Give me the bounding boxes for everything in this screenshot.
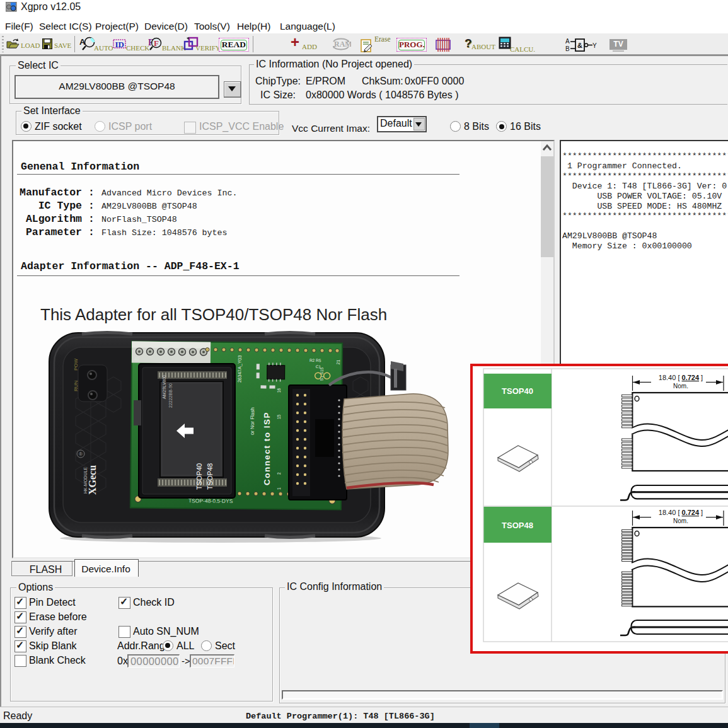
svg-text:16: 16: [277, 388, 281, 393]
svg-text:R2 R5: R2 R5: [309, 358, 321, 362]
svg-text:18.40 [ 0.724 ]: 18.40 [ 0.724 ]: [659, 374, 703, 381]
svg-text:&: &: [577, 42, 582, 49]
svg-text:1: 1: [277, 487, 281, 490]
svg-text:22222BB-90: 22222BB-90: [168, 383, 173, 408]
svg-text:or Nor Flash: or Nor Flash: [250, 407, 255, 435]
svg-text:Nom.: Nom.: [673, 517, 688, 524]
svg-text:XGecu: XGecu: [87, 465, 98, 495]
svg-text:Nom.: Nom.: [673, 383, 688, 390]
svg-text:26347A_Y03: 26347A_Y03: [237, 355, 243, 383]
svg-text:Y: Y: [592, 42, 597, 49]
svg-text:Connect to ISP: Connect to ISP: [262, 412, 272, 485]
svg-text:15: 15: [277, 414, 281, 419]
svg-text:ID: ID: [115, 40, 124, 49]
svg-text:RAM: RAM: [334, 40, 351, 49]
svg-text:TSOP48: TSOP48: [206, 463, 214, 490]
svg-text:B: B: [565, 45, 570, 52]
svg-text:21: 21: [336, 359, 340, 364]
svg-text:®: ®: [79, 451, 83, 457]
svg-text:18.40 [ 0.724 ]: 18.40 [ 0.724 ]: [659, 509, 703, 516]
svg-text:AM29LV800: AM29LV800: [162, 375, 166, 399]
svg-text:TSOP40: TSOP40: [195, 463, 203, 490]
svg-text:40: 40: [134, 357, 139, 361]
svg-text:2: 2: [277, 472, 281, 475]
svg-text:F: F: [154, 38, 159, 48]
svg-text:TSOP48: TSOP48: [502, 521, 533, 530]
svg-text:POW: POW: [73, 358, 79, 371]
svg-text:RUN: RUN: [73, 380, 79, 391]
svg-text:A: A: [565, 38, 570, 45]
svg-text:TSOP40: TSOP40: [502, 386, 533, 396]
